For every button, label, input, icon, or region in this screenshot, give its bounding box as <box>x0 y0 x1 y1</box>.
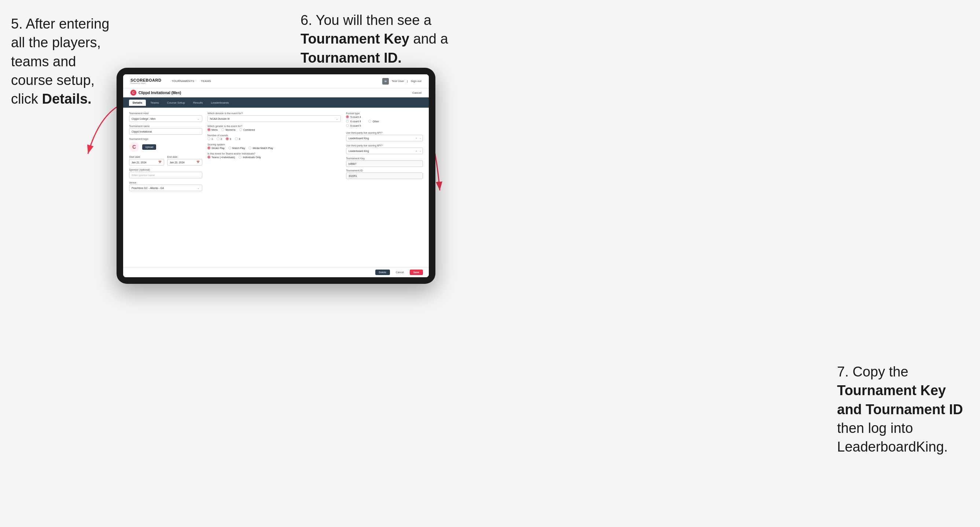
api1-dropdown-icon[interactable]: ⌄ <box>419 137 422 140</box>
individuals-only-radio[interactable] <box>239 156 242 159</box>
tab-leaderboards[interactable]: Leaderboards <box>207 100 232 106</box>
rounds-3[interactable]: 3 <box>226 137 231 140</box>
tab-results[interactable]: Results <box>189 100 207 106</box>
api2-input[interactable]: Leaderboard King × ⌄ <box>346 148 423 154</box>
tournament-host-input[interactable]: Clippd College - Men <box>129 115 202 122</box>
app-header: SCOREBOARD Powered by clippd TOURNAMENTS… <box>123 75 429 88</box>
format-label: Format type <box>346 112 423 114</box>
format-5count4[interactable]: 5 count 4 <box>346 115 423 118</box>
rounds-2-radio[interactable] <box>216 137 220 140</box>
format-5count4-radio[interactable] <box>346 115 349 118</box>
col-mid: Which division is the event for? NCAA Di… <box>207 112 341 263</box>
teams-plus-radio[interactable] <box>207 156 210 159</box>
format-6count5[interactable]: 6 count 5 <box>346 124 361 127</box>
tab-details[interactable]: Details <box>129 100 146 106</box>
main-content: Tournament Host Clippd College - Men Tou… <box>123 108 429 277</box>
header-nav: TOURNAMENTS TEAMS <box>172 79 211 83</box>
division-input[interactable]: NCAA Division III <box>207 115 341 122</box>
tablet: SCOREBOARD Powered by clippd TOURNAMENTS… <box>116 68 435 284</box>
gender-mens[interactable]: Mens <box>207 128 218 131</box>
rounds-1[interactable]: 1 <box>207 137 213 140</box>
annotation-left: 5. After entering all the players, teams… <box>11 15 117 108</box>
rounds-3-radio[interactable] <box>226 137 229 140</box>
format-6count4[interactable]: 6 count 4 <box>346 120 361 123</box>
api1-clear-btn[interactable]: × <box>415 137 417 140</box>
division-group: Which division is the event for? NCAA Di… <box>207 112 341 122</box>
scoring-stroke[interactable]: Stroke Play <box>207 146 225 149</box>
scoring-match[interactable]: Match Play <box>228 146 245 149</box>
logo-sub-text: Powered by clippd <box>130 83 161 84</box>
tournament-host-label: Tournament Host <box>129 112 202 114</box>
start-date-input[interactable]: Jan 21, 2024 <box>129 159 164 165</box>
sponsor-group: Sponsor (optional) Enter sponsor name <box>129 168 202 178</box>
tournament-key-label: Tournament Key <box>346 157 423 160</box>
tablet-screen: SCOREBOARD Powered by clippd TOURNAMENTS… <box>123 75 429 277</box>
tab-teams[interactable]: Teams <box>146 100 163 106</box>
rounds-4[interactable]: 4 <box>235 137 240 140</box>
scoring-stroke-radio[interactable] <box>207 146 210 149</box>
sponsor-input[interactable]: Enter sponsor name <box>129 172 202 178</box>
subheader-cancel[interactable]: Cancel <box>412 91 422 94</box>
col-right: Format type 5 count 4 6 count 4 <box>346 112 423 263</box>
format-6count5-radio[interactable] <box>346 124 349 127</box>
nav-teams[interactable]: TEAMS <box>201 79 211 83</box>
signout-link[interactable]: Sign out <box>411 79 422 83</box>
tournament-title: Clippd Invitational (Men) <box>138 91 181 95</box>
tournament-host-group: Tournament Host Clippd College - Men <box>129 112 202 122</box>
start-date-field: Start date Jan 21, 2024 <box>129 156 164 165</box>
format-6count4-radio[interactable] <box>346 120 349 123</box>
rounds-radio-group: 1 2 3 4 <box>207 137 341 140</box>
api1-label: Use third-party live scoring API? <box>346 132 423 134</box>
annotation-right: 7. Copy the Tournament Key and Tournamen… <box>837 363 969 456</box>
gender-combined-radio[interactable] <box>239 128 242 131</box>
rounds-2[interactable]: 2 <box>216 137 222 140</box>
rounds-4-radio[interactable] <box>235 137 238 140</box>
scoring-label: Scoring system <box>207 143 341 146</box>
api2-clear-btn[interactable]: × <box>415 150 417 152</box>
tournament-name-group: Tournament name Clippd Invitational <box>129 125 202 135</box>
tournament-id-field: Tournament ID 302051 <box>346 169 423 179</box>
sub-header: C Clippd Invitational (Men) Cancel <box>123 88 429 97</box>
api2-label: Use third-party live scoring API? <box>346 144 423 147</box>
nav-tournaments[interactable]: TOURNAMENTS <box>172 79 194 83</box>
scoring-medal-radio[interactable] <box>248 146 251 149</box>
api2-group: Use third-party live scoring API? Leader… <box>346 144 423 154</box>
user-name: Test User <box>392 79 404 83</box>
rounds-1-radio[interactable] <box>207 137 210 140</box>
cancel-button[interactable]: Cancel <box>392 270 407 275</box>
format-other[interactable]: Other <box>368 120 379 123</box>
api1-group: Use third-party live scoring API? Leader… <box>346 132 423 141</box>
tab-course-setup[interactable]: Course Setup <box>164 100 189 106</box>
gender-combined[interactable]: Combined <box>239 128 255 131</box>
api2-dropdown-icon[interactable]: ⌄ <box>419 149 422 152</box>
start-date-label: Start date <box>129 156 164 158</box>
tournament-id-label: Tournament ID <box>346 169 423 172</box>
gender-mens-radio[interactable] <box>207 128 210 131</box>
tabs-bar: Details Teams Course Setup Results Leade… <box>123 97 429 108</box>
col-left: Tournament Host Clippd College - Men Tou… <box>129 112 202 263</box>
individuals-only[interactable]: Individuals Only <box>239 156 261 159</box>
api1-input[interactable]: Leaderboard King × ⌄ <box>346 135 423 141</box>
teams-plus-individuals[interactable]: Teams (+Individuals) <box>207 156 235 159</box>
app-header-left: SCOREBOARD Powered by clippd TOURNAMENTS… <box>130 78 211 84</box>
venue-input[interactable]: Peachtree GC - Atlanta - GA <box>129 184 202 191</box>
rounds-label: Number of rounds <box>207 134 341 137</box>
scoreboard-logo: SCOREBOARD Powered by clippd <box>130 78 161 84</box>
upload-button[interactable]: Upload <box>142 144 156 150</box>
venue-label: Venue <box>129 181 202 184</box>
save-button[interactable]: Save <box>410 270 423 275</box>
annotation-top: 6. You will then see a Tournament Key an… <box>301 11 506 67</box>
api1-input-wrapper: Leaderboard King × ⌄ <box>346 135 423 141</box>
teams-radio-group: Teams (+Individuals) Individuals Only <box>207 156 341 159</box>
gender-radio-group: Mens Womens Combined <box>207 128 341 131</box>
delete-button[interactable]: Delete <box>375 270 390 275</box>
gender-womens[interactable]: Womens <box>221 128 235 131</box>
scoring-radio-group: Stroke Play Match Play Medal Match Play <box>207 146 341 149</box>
tournament-name-input[interactable]: Clippd Invitational <box>129 128 202 135</box>
gender-womens-radio[interactable] <box>221 128 224 131</box>
scoring-match-radio[interactable] <box>228 146 231 149</box>
end-date-input[interactable]: Jan 23, 2024 <box>167 159 202 165</box>
form-body: Tournament Host Clippd College - Men Tou… <box>123 108 429 267</box>
scoring-medal[interactable]: Medal Match Play <box>248 146 273 149</box>
format-other-radio[interactable] <box>368 120 371 123</box>
